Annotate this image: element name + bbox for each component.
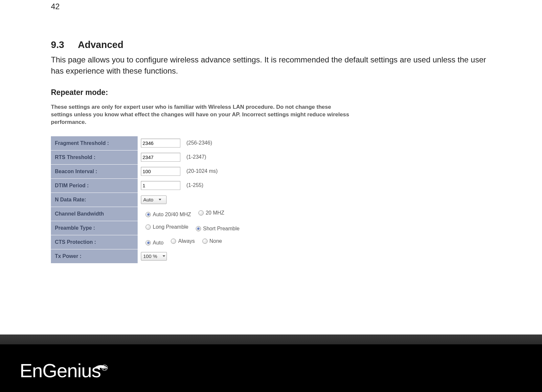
- brand-logo: EnGenius ®: [20, 359, 108, 381]
- radio-icon: [198, 210, 204, 216]
- radio-label: Always: [178, 238, 195, 244]
- label-cts-protection: CTS Protection :: [51, 235, 138, 249]
- page-footer: EnGenius ®: [0, 334, 542, 392]
- radio-channel-bandwidth-auto[interactable]: Auto 20/40 MHZ: [146, 212, 191, 218]
- label-channel-bandwidth: Channel Bandwidth: [51, 207, 138, 221]
- settings-table: Fragment Threshold : (256-2346) RTS Thre…: [51, 136, 249, 263]
- n-data-rate-value: Auto: [143, 197, 153, 202]
- table-row: Tx Power : 100 %: [51, 249, 249, 263]
- radio-icon: [146, 224, 151, 230]
- page-number: 42: [51, 0, 491, 11]
- radio-label: None: [210, 238, 222, 244]
- table-row: Preamble Type : Long Preamble Short Prea…: [51, 221, 249, 235]
- dtim-period-hint: (1-255): [186, 182, 203, 188]
- dtim-period-input[interactable]: [141, 181, 180, 190]
- settings-screenshot: These settings are only for expert user …: [51, 104, 353, 263]
- radio-preamble-short[interactable]: Short Preamble: [196, 226, 239, 232]
- section-number: 9.3: [51, 39, 78, 50]
- radio-label: Auto 20/40 MHZ: [153, 212, 191, 218]
- radio-icon: [146, 240, 151, 245]
- radio-label: 20 MHZ: [206, 210, 224, 216]
- table-row: DTIM Period : (1-255): [51, 178, 249, 193]
- beacon-interval-hint: (20-1024 ms): [186, 168, 217, 174]
- label-fragment-threshold: Fragment Threshold :: [51, 136, 138, 150]
- label-n-data-rate: N Data Rate:: [51, 193, 138, 207]
- radio-icon: [171, 239, 176, 244]
- table-row: Beacon Interval : (20-1024 ms): [51, 164, 249, 178]
- sub-heading: Repeater mode:: [51, 88, 491, 97]
- tx-power-select[interactable]: 100 %: [141, 252, 167, 261]
- radio-channel-bandwidth-20[interactable]: 20 MHZ: [198, 210, 224, 216]
- label-beacon-interval: Beacon Interval :: [51, 164, 138, 178]
- table-row: RTS Threshold : (1-2347): [51, 150, 249, 164]
- warning-text: These settings are only for expert user …: [51, 104, 353, 126]
- label-tx-power: Tx Power :: [51, 249, 138, 263]
- n-data-rate-select[interactable]: Auto: [141, 196, 167, 204]
- table-row: Channel Bandwidth Auto 20/40 MHZ 20 MHZ: [51, 207, 249, 221]
- label-rts-threshold: RTS Threshold :: [51, 150, 138, 164]
- fragment-threshold-input[interactable]: [141, 139, 180, 148]
- intro-text: This page allows you to configure wirele…: [51, 54, 491, 76]
- chevron-down-icon: [159, 199, 161, 200]
- chevron-down-icon: [163, 255, 165, 257]
- radio-icon: [146, 212, 151, 217]
- radio-label: Long Preamble: [153, 224, 189, 230]
- radio-label: Auto: [153, 240, 164, 246]
- label-preamble-type: Preamble Type :: [51, 221, 138, 235]
- section-heading: 9.3Advanced: [51, 39, 491, 50]
- radio-cts-none[interactable]: None: [202, 238, 222, 244]
- radio-icon: [202, 239, 208, 244]
- brand-name: EnGenius: [20, 360, 101, 381]
- footer-strip: [0, 334, 542, 344]
- rts-threshold-input[interactable]: [141, 153, 180, 162]
- radio-preamble-long[interactable]: Long Preamble: [146, 224, 189, 230]
- radio-icon: [196, 226, 201, 231]
- table-row: N Data Rate: Auto: [51, 193, 249, 207]
- table-row: CTS Protection : Auto Always None: [51, 235, 249, 249]
- fragment-threshold-hint: (256-2346): [186, 140, 212, 146]
- wifi-icon: [94, 358, 107, 369]
- rts-threshold-hint: (1-2347): [186, 154, 206, 160]
- section-title: Advanced: [78, 39, 124, 50]
- radio-cts-always[interactable]: Always: [171, 238, 195, 244]
- radio-cts-auto[interactable]: Auto: [146, 240, 164, 246]
- tx-power-value: 100 %: [143, 253, 157, 259]
- beacon-interval-input[interactable]: [141, 167, 180, 176]
- table-row: Fragment Threshold : (256-2346): [51, 136, 249, 150]
- label-dtim-period: DTIM Period :: [51, 178, 138, 193]
- radio-label: Short Preamble: [203, 226, 239, 232]
